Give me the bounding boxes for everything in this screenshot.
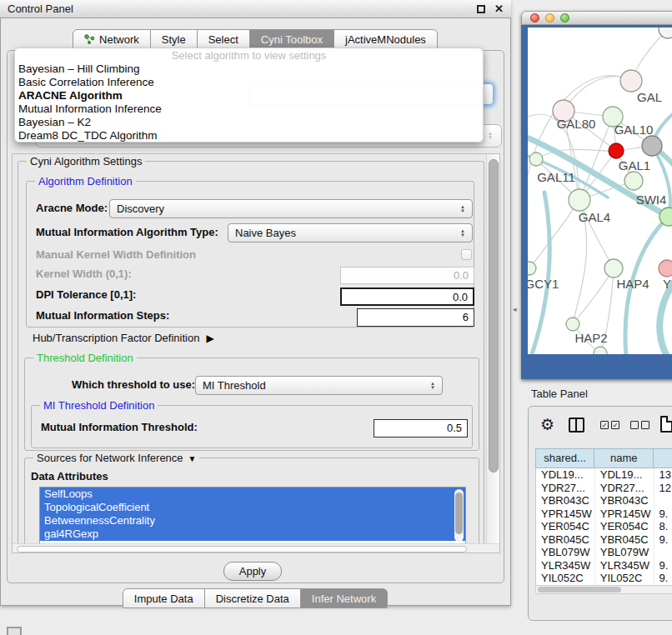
table-panel-window: ⚙ ✓✓ shared...name YDL19...YDL19...13YDR… [528, 406, 672, 621]
node-gal1[interactable] [624, 172, 643, 190]
split-columns-icon[interactable] [569, 418, 584, 432]
dpi-tolerance-field[interactable]: 0.0 [340, 288, 474, 306]
table-hscrollbar[interactable] [535, 585, 672, 594]
dropdown-item-dream8-dc-tdc-algorithm[interactable]: Dream8 DC_TDC Algorithm [15, 129, 483, 142]
network-window-titlebar [521, 11, 672, 25]
table-row[interactable]: YBR043CYBR043C [536, 494, 672, 508]
zoom-traffic-light-icon[interactable] [560, 13, 569, 22]
attribute-item-topologicalcoefficient[interactable]: TopologicalCoefficient [40, 501, 465, 514]
hub-definition-toggle[interactable]: Hub/Transcription Factor Definition▶ [33, 329, 214, 348]
table-row[interactable]: YLR345WYLR345W9. [536, 559, 672, 572]
table-toolbar: ⚙ ✓✓ [529, 413, 672, 438]
data-attributes-label: Data Attributes [31, 468, 108, 486]
node-gal11[interactable] [529, 152, 543, 166]
apply-button[interactable]: Apply [223, 562, 282, 581]
network-canvas[interactable]: GALGAL80GAL10GAL1GAL11SWI4GAL4GCY1HAP4YH… [528, 28, 672, 354]
node-gal1-label: GAL1 [619, 158, 650, 172]
node-gal-right-label: GAL [637, 90, 662, 104]
node-hap2[interactable] [566, 318, 579, 331]
dropdown-item-basic-correlation-inference[interactable]: Basic Correlation Inference [15, 76, 483, 89]
close-traffic-light-icon[interactable] [530, 13, 539, 22]
network-edges [528, 29, 672, 354]
splitter-collapse-icon[interactable]: ◂ [513, 305, 517, 313]
node-gal4[interactable] [569, 189, 590, 211]
tab-infer-network[interactable]: Infer Network [300, 588, 388, 608]
tab-select[interactable]: Select [197, 29, 250, 49]
gear-icon[interactable]: ⚙ [540, 415, 554, 434]
table-panel-title: Table Panel [531, 388, 588, 400]
table-row[interactable]: YDL19...YDL19...13 [536, 468, 672, 482]
cyni-bottom-tabbar: Impute DataDiscretize DataInfer Network [0, 588, 511, 608]
minimize-traffic-light-icon[interactable] [545, 13, 554, 22]
new-table-icon[interactable] [660, 416, 672, 432]
table-cell: YDL19... [536, 468, 595, 482]
tab-cyni-toolbox[interactable]: Cyni Toolbox [249, 29, 334, 49]
stepper-icon: ▲▼ [454, 205, 465, 213]
table-cell: 9. [654, 508, 672, 521]
table-row[interactable]: YDR27...YDR27...12 [536, 482, 672, 495]
node-hap4-label: HAP4 [616, 277, 649, 291]
tab-network[interactable]: Network [73, 29, 151, 49]
mi-steps-field[interactable]: 6 [357, 308, 474, 327]
dropdown-item-mutual-information-inference[interactable]: Mutual Information Inference [15, 102, 483, 116]
column-header-name[interactable]: name [594, 448, 654, 468]
threshold-definition-title: Threshold Definition [33, 352, 137, 364]
column-header-shared[interactable]: shared... [535, 448, 594, 468]
attribute-item-betweennesscentrality[interactable]: BetweennessCentrality [40, 514, 465, 528]
network-view-frame: GALGAL80GAL10GAL1GAL11SWI4GAL4GCY1HAP4YH… [521, 25, 672, 379]
sources-title[interactable]: Sources for Network Inference▼ [33, 452, 199, 464]
tab-jactivemnodules[interactable]: jActiveMNodules [333, 29, 438, 49]
table-cell: 9. [654, 572, 672, 585]
table-row[interactable]: YBR045CYBR045C9. [536, 533, 672, 547]
table-cell [654, 546, 672, 559]
select-all-icon[interactable]: ✓✓ [600, 421, 619, 429]
node-pink-right[interactable] [659, 260, 672, 277]
mi-type-combo[interactable]: Naive Bayes ▲▼ [228, 223, 473, 242]
table-row[interactable]: YER054CYER054C8. [536, 520, 672, 533]
aracne-mode-combo[interactable]: Discovery ▲▼ [109, 199, 473, 218]
table-row[interactable]: YPR145WYPR145W9. [536, 508, 672, 521]
settings-scrollpane: Cyni Algorithm Settings Algorithm Defini… [12, 153, 500, 553]
table-cell: 13 [654, 468, 672, 482]
table-cell: YLR345W [595, 559, 654, 572]
table-cell: YIL052C [536, 572, 595, 585]
attribute-item-gal4rgexp[interactable]: gal4RGexp [40, 528, 465, 541]
attribute-item-selfloops[interactable]: SelfLoops [40, 488, 465, 501]
settings-vscrollbar[interactable] [486, 154, 500, 543]
table-cell: YBR045C [595, 533, 654, 547]
kernel-width-field[interactable]: 0.0 [340, 267, 474, 284]
table-cell: 12 [654, 482, 672, 495]
column-header-2[interactable] [654, 448, 672, 468]
node-gray[interactable] [642, 136, 662, 156]
dropdown-item-bayesian-k2[interactable]: Bayesian – K2 [15, 116, 483, 129]
list-scrollbar[interactable] [454, 489, 464, 542]
node-bottom-partial[interactable] [594, 347, 607, 354]
node-hap4[interactable] [604, 259, 623, 278]
dropdown-item-aracne-algorithm[interactable]: ARACNE Algorithm [15, 89, 483, 102]
table-cell: YDR27... [595, 482, 654, 495]
dpi-tolerance-label: DPI Tolerance [0,1]: [36, 286, 136, 304]
tab-impute-data[interactable]: Impute Data [123, 588, 205, 608]
tab-discretize-data[interactable]: Discretize Data [204, 588, 301, 608]
tab-style[interactable]: Style [150, 29, 198, 49]
table-cell: YPR145W [595, 508, 654, 521]
dropdown-hint: Select algorithm to view settings [15, 48, 483, 62]
mi-threshold-field[interactable]: 0.5 [374, 419, 468, 438]
mi-type-label: Mutual Information Algorithm Type: [36, 223, 218, 242]
deselect-all-icon[interactable] [630, 421, 649, 429]
dropdown-item-bayesian-hill-climbing[interactable]: Bayesian – Hill Climbing [15, 62, 483, 76]
float-window-icon[interactable] [477, 5, 485, 13]
table-cell: YBL079W [595, 546, 654, 559]
node-gal-right[interactable] [620, 70, 642, 92]
manual-kernel-checkbox[interactable] [461, 249, 472, 260]
table-row[interactable]: YBL079WYBL079W [536, 546, 672, 559]
which-threshold-combo[interactable]: MI Threshold ▲▼ [195, 376, 443, 395]
node-gcy1[interactable] [528, 262, 536, 275]
close-icon[interactable]: ✕ [494, 5, 504, 13]
manual-kernel-label: Manual Kernel Width Definition [36, 246, 196, 264]
node-selected-red[interactable] [609, 143, 624, 158]
data-attributes-list: SelfLoopsTopologicalCoefficientBetweenne… [39, 487, 466, 544]
table-row[interactable]: YIL052CYIL052C9. [536, 572, 672, 585]
control-panel-tabbar: NetworkStyleSelectCyni ToolboxjActiveMNo… [0, 29, 511, 49]
settings-hscrollbar[interactable] [13, 543, 500, 553]
